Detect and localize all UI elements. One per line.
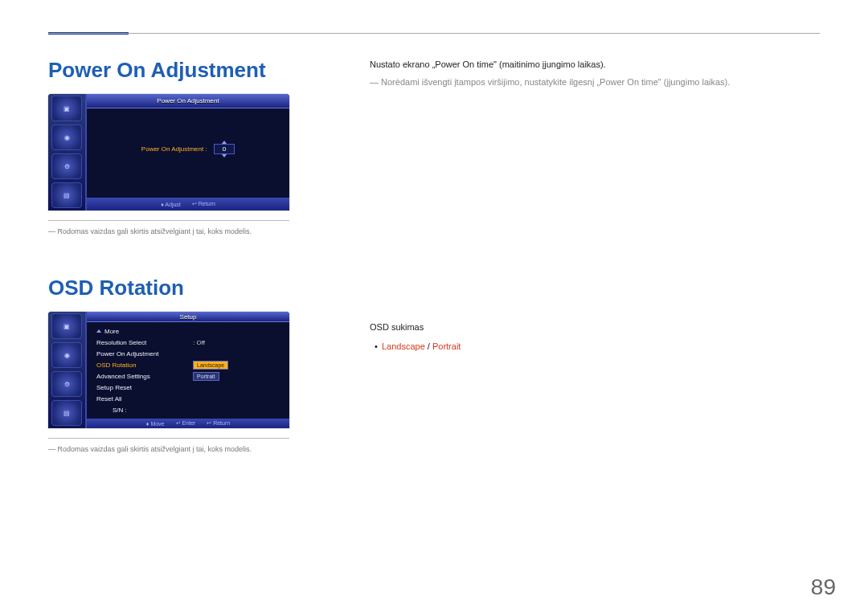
osd-row-osdrotation: OSD Rotation Landscape: [93, 359, 283, 370]
osd-footer-adjust: ♦ Adjust: [161, 202, 181, 207]
osd-row-advanced: Advanced Settings Portrait: [93, 370, 283, 382]
page-number: 89: [811, 574, 836, 600]
osd-icon-multi: ▤: [51, 400, 82, 426]
screenshot2-caption: Rodomas vaizdas gali skirtis atsižvelgia…: [48, 438, 289, 453]
osd-icon-setup: ⚙: [51, 371, 82, 397]
osd2-footer: ♦ Move ↵ Enter ↩ Return: [87, 419, 289, 428]
osd-screenshot-poweron: ▣ ◉ ⚙ ▤ Power On Adjustment Power On Adj…: [48, 94, 289, 210]
osd2-footer-return: ↩ Return: [207, 420, 230, 427]
osd-icon-sound: ◉: [51, 342, 82, 368]
section1-body: Nustato ekrano „Power On time" (maitinim…: [370, 58, 820, 72]
section1-heading: Power On Adjustment: [48, 58, 338, 83]
section1-note: Norėdami išvengti įtampos viršijimo, nus…: [370, 76, 820, 90]
osd-option-portrait: Portrait: [193, 372, 219, 381]
section2-options: Landscape / Portrait: [370, 340, 820, 354]
osd-side-icons: ▣ ◉ ⚙ ▤: [48, 94, 87, 210]
osd-row-resetall: Reset All: [93, 393, 283, 404]
screenshot1-caption: Rodomas vaizdas gali skirtis atsižvelgia…: [48, 220, 289, 235]
osd-icon-picture: ▣: [51, 96, 82, 121]
osd-field-label: Power On Adjustment :: [141, 145, 207, 153]
osd-footer: ♦ Adjust ↩ Return: [87, 198, 289, 210]
osd-screenshot-setup: ▣ ◉ ⚙ ▤ Setup More Resolution Select : O…: [48, 312, 289, 428]
osd-row-poweron: Power On Adjustment: [93, 348, 283, 359]
osd-title: Power On Adjustment: [87, 94, 289, 108]
osd-icon-multi: ▤: [51, 182, 82, 208]
osd-row-resolution: Resolution Select : Off: [93, 337, 283, 348]
osd-row-sn: S/N :: [93, 404, 283, 415]
osd-side-icons-2: ▣ ◉ ⚙ ▤: [48, 312, 87, 428]
osd2-footer-enter: ↵ Enter: [176, 420, 196, 427]
osd-icon-picture: ▣: [51, 313, 82, 339]
osd-icon-setup: ⚙: [51, 153, 82, 179]
osd-more-up: More: [93, 325, 283, 337]
header-rule: [48, 33, 820, 34]
osd-icon-sound: ◉: [51, 125, 82, 150]
section2-body: OSD sukimas: [370, 321, 820, 335]
osd-row-setupreset: Setup Reset: [93, 382, 283, 393]
osd-option-landscape: Landscape: [193, 361, 228, 370]
option-portrait: Portrait: [432, 341, 461, 351]
osd2-title: Setup: [87, 312, 289, 322]
osd-footer-return: ↩ Return: [192, 201, 215, 207]
section2-heading: OSD Rotation: [48, 276, 338, 300]
option-landscape: Landscape: [382, 341, 425, 351]
osd-field-value: 0: [214, 144, 235, 154]
osd2-footer-move: ♦ Move: [146, 421, 165, 427]
